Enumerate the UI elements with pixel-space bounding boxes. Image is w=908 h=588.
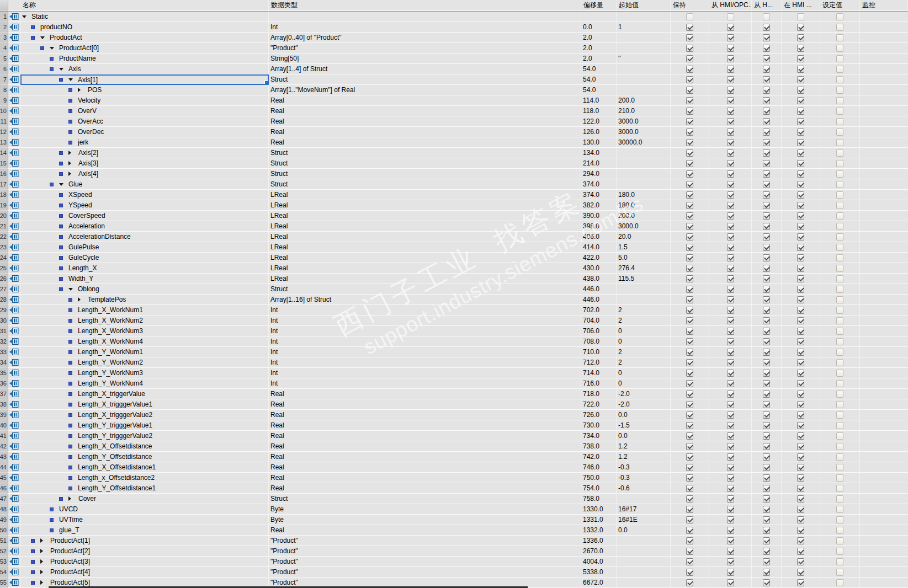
datatype-cell[interactable]: Struct	[269, 494, 581, 504]
from-hmi-opc-checkbox[interactable]	[727, 87, 734, 94]
in-hmi-checkbox[interactable]	[797, 317, 804, 324]
in-hmi-checkbox[interactable]	[797, 579, 804, 586]
name-cell[interactable]: Axis[1]	[20, 74, 269, 85]
datatype-cell[interactable]: Real	[269, 473, 581, 483]
row-number-cell[interactable]: 33	[0, 347, 8, 357]
from-h-checkbox[interactable]	[763, 129, 770, 136]
name-cell[interactable]: TemplatePos	[20, 295, 269, 305]
retain-checkbox[interactable]	[686, 244, 693, 251]
from-h-checkbox[interactable]	[763, 34, 770, 41]
retain-checkbox[interactable]	[686, 24, 693, 31]
from-hmi-opc-checkbox[interactable]	[727, 181, 734, 188]
in-hmi-checkbox[interactable]	[797, 254, 804, 261]
in-hmi-checkbox[interactable]	[797, 275, 804, 282]
start-value-cell[interactable]	[617, 494, 671, 504]
datatype-cell[interactable]: Int	[269, 336, 581, 347]
retain-checkbox[interactable]	[686, 307, 693, 314]
row-number-cell[interactable]: 42	[0, 441, 8, 452]
retain-checkbox[interactable]	[686, 579, 693, 586]
row-number-cell[interactable]: 47	[0, 494, 8, 504]
in-hmi-checkbox[interactable]	[797, 307, 804, 314]
from-hmi-opc-checkbox[interactable]	[727, 254, 734, 261]
datatype-cell[interactable]: Array[0..40] of "Product"	[269, 33, 581, 43]
datatype-cell[interactable]: LReal	[269, 200, 581, 211]
row-number-cell[interactable]: 38	[0, 399, 8, 410]
from-h-checkbox[interactable]	[763, 370, 770, 377]
from-hmi-opc-checkbox[interactable]	[727, 328, 734, 335]
datatype-cell[interactable]: Struct	[269, 169, 581, 179]
row-number-cell[interactable]: 49	[0, 515, 8, 525]
row-number-cell[interactable]: 5	[0, 54, 8, 64]
start-value-cell[interactable]: 2	[617, 357, 671, 368]
from-hmi-opc-checkbox[interactable]	[727, 453, 734, 461]
datatype-cell[interactable]: Real	[269, 462, 581, 473]
from-h-checkbox[interactable]	[763, 380, 770, 387]
from-hmi-opc-checkbox[interactable]	[727, 506, 734, 513]
from-h-checkbox[interactable]	[763, 76, 770, 83]
datatype-cell[interactable]: LReal	[269, 211, 581, 221]
expand-toggle-icon[interactable]	[68, 151, 71, 155]
datatype-cell[interactable]: Real	[269, 389, 581, 399]
in-hmi-checkbox[interactable]	[797, 443, 804, 450]
retain-checkbox[interactable]	[686, 432, 693, 440]
from-h-checkbox[interactable]	[763, 87, 770, 94]
datatype-cell[interactable]	[269, 12, 581, 22]
datatype-cell[interactable]: Int	[269, 347, 581, 357]
row-number-cell[interactable]: 1	[0, 12, 8, 22]
in-hmi-checkbox[interactable]	[797, 422, 804, 429]
start-value-cell[interactable]	[617, 536, 671, 546]
retain-checkbox[interactable]	[686, 411, 693, 419]
name-cell[interactable]: UVCD	[20, 504, 269, 515]
start-value-cell[interactable]	[617, 295, 671, 305]
column-header-start-value[interactable]: 起始值	[617, 0, 671, 11]
name-cell[interactable]: Length_X_WorkNum3	[20, 326, 269, 336]
datatype-cell[interactable]: LReal	[269, 190, 581, 200]
retain-checkbox[interactable]	[686, 286, 693, 293]
name-cell[interactable]: PrductName	[20, 54, 269, 64]
from-hmi-opc-checkbox[interactable]	[727, 391, 734, 398]
datatype-cell[interactable]: Real	[269, 116, 581, 127]
name-cell[interactable]: ProductAct[3]	[20, 557, 269, 567]
start-value-cell[interactable]: 3000.0	[617, 116, 671, 127]
from-h-checkbox[interactable]	[763, 422, 770, 429]
in-hmi-checkbox[interactable]	[797, 170, 804, 178]
expand-toggle-icon[interactable]	[40, 570, 43, 574]
retain-checkbox[interactable]	[686, 443, 693, 450]
from-h-checkbox[interactable]	[763, 453, 770, 461]
start-value-cell[interactable]: 3000.0	[617, 127, 671, 137]
retain-checkbox[interactable]	[686, 170, 693, 178]
from-h-checkbox[interactable]	[763, 45, 770, 52]
from-h-checkbox[interactable]	[763, 181, 770, 188]
from-hmi-opc-checkbox[interactable]	[727, 474, 734, 482]
in-hmi-checkbox[interactable]	[797, 233, 804, 240]
start-value-cell[interactable]: ''	[617, 54, 671, 64]
row-number-cell[interactable]: 54	[0, 567, 8, 578]
row-number-cell[interactable]: 36	[0, 378, 8, 389]
from-h-checkbox[interactable]	[763, 558, 770, 565]
name-cell[interactable]: Velocity	[20, 95, 269, 106]
datatype-cell[interactable]: Int	[269, 316, 581, 326]
from-hmi-opc-checkbox[interactable]	[727, 149, 734, 157]
row-number-cell[interactable]: 7	[0, 74, 8, 85]
from-h-checkbox[interactable]	[763, 516, 770, 523]
in-hmi-checkbox[interactable]	[797, 149, 804, 157]
datatype-cell[interactable]: Real	[269, 420, 581, 431]
expand-toggle-icon[interactable]	[68, 288, 73, 291]
in-hmi-checkbox[interactable]	[797, 338, 804, 345]
name-cell[interactable]: Axis	[20, 64, 269, 74]
retain-checkbox[interactable]	[686, 149, 693, 157]
expand-toggle-icon[interactable]	[40, 580, 43, 585]
from-h-checkbox[interactable]	[763, 139, 770, 146]
datatype-cell[interactable]: Int	[269, 357, 581, 368]
datatype-cell[interactable]: Array[1.."MoveNum"] of Real	[269, 85, 581, 95]
from-h-checkbox[interactable]	[763, 401, 770, 408]
from-hmi-opc-checkbox[interactable]	[727, 516, 734, 523]
retain-checkbox[interactable]	[686, 328, 693, 335]
retain-checkbox[interactable]	[686, 108, 693, 115]
from-h-checkbox[interactable]	[763, 443, 770, 450]
in-hmi-checkbox[interactable]	[797, 108, 804, 115]
from-hmi-opc-checkbox[interactable]	[727, 97, 734, 104]
start-value-cell[interactable]: 0.0	[617, 410, 671, 420]
from-hmi-opc-checkbox[interactable]	[727, 548, 734, 555]
row-number-cell[interactable]: 44	[0, 462, 8, 473]
